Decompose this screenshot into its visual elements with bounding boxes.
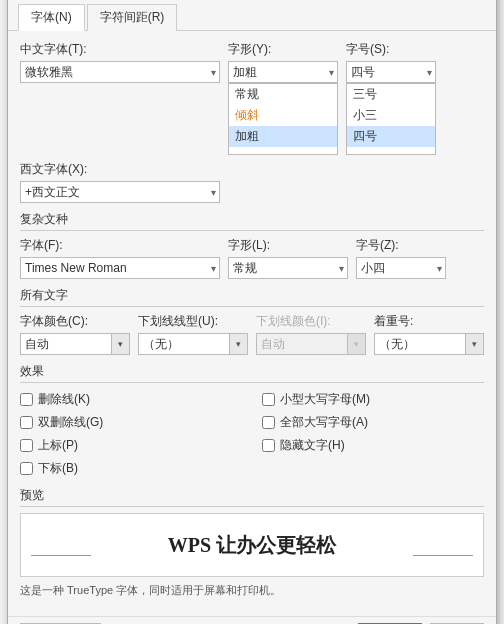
- size-item-4[interactable]: 四号: [347, 126, 435, 147]
- font-dialog: W 字体 × 字体(N) 字符间距(R) 中文字体(T): 微软雅黑: [7, 0, 497, 624]
- font-color-dropdown: 自动 ▾: [20, 333, 130, 355]
- double-strikethrough-checkbox[interactable]: [20, 416, 33, 429]
- all-caps-label: 全部大写字母(A): [280, 414, 368, 431]
- superscript-label: 上标(P): [38, 437, 78, 454]
- tab-font[interactable]: 字体(N): [18, 4, 85, 31]
- preview-box: WPS 让办公更轻松: [20, 513, 484, 577]
- double-strikethrough-label: 双删除线(G): [38, 414, 103, 431]
- preview-line-left: [31, 555, 91, 556]
- small-caps-label: 小型大写字母(M): [280, 391, 370, 408]
- small-caps-checkbox[interactable]: [262, 393, 275, 406]
- emphasis-col: 着重号: （无） ▾: [374, 313, 484, 355]
- complex-row: 字体(F): Times New Roman 字形(L): 常规 字号(Z):: [20, 237, 484, 279]
- size-item-3[interactable]: 三号: [347, 84, 435, 105]
- style-label: 字形(Y):: [228, 41, 338, 58]
- chinese-font-select[interactable]: 微软雅黑: [20, 61, 220, 83]
- hint-text: 这是一种 TrueType 字体，同时适用于屏幕和打印机。: [20, 583, 484, 598]
- complex-size-select[interactable]: 小四: [356, 257, 446, 279]
- all-text-row: 字体颜色(C): 自动 ▾ 下划线线型(U): （无） ▾ 下划线颜色(I): …: [20, 313, 484, 355]
- complex-font-col: 字体(F): Times New Roman: [20, 237, 220, 279]
- underline-type-value: （无）: [138, 333, 230, 355]
- complex-font-select[interactable]: Times New Roman: [20, 257, 220, 279]
- style-select-wrap: 加粗: [228, 61, 338, 83]
- complex-style-label: 字形(L):: [228, 237, 348, 254]
- complex-style-select[interactable]: 常规: [228, 257, 348, 279]
- subscript-label: 下标(B): [38, 460, 78, 477]
- complex-size-label: 字号(Z):: [356, 237, 446, 254]
- underline-color-value: 自动: [256, 333, 348, 355]
- font-row-1: 中文字体(T): 微软雅黑 字形(Y): 加粗 常规 倾斜 加粗: [20, 41, 484, 155]
- hidden-row: 隐藏文字(H): [262, 435, 484, 456]
- chinese-font-label: 中文字体(T):: [20, 41, 220, 58]
- complex-section-label: 复杂文种: [20, 211, 484, 231]
- underline-color-col: 下划线颜色(I): 自动 ▾: [256, 313, 366, 355]
- all-caps-checkbox[interactable]: [262, 416, 275, 429]
- font-color-value: 自动: [20, 333, 112, 355]
- effects-label: 效果: [20, 363, 484, 383]
- tab-spacing[interactable]: 字符间距(R): [87, 4, 178, 31]
- hidden-checkbox[interactable]: [262, 439, 275, 452]
- underline-type-dropdown: （无） ▾: [138, 333, 248, 355]
- tab-bar: 字体(N) 字符间距(R): [8, 0, 496, 31]
- subscript-row: 下标(B): [20, 458, 242, 479]
- underline-color-arrow: ▾: [348, 333, 366, 355]
- style-item-italic[interactable]: 倾斜: [229, 105, 337, 126]
- western-font-select[interactable]: +西文正文: [20, 181, 220, 203]
- underline-type-col: 下划线线型(U): （无） ▾: [138, 313, 248, 355]
- style-col: 字形(Y): 加粗 常规 倾斜 加粗: [228, 41, 338, 155]
- superscript-row: 上标(P): [20, 435, 242, 456]
- preview-label: 预览: [20, 487, 484, 507]
- superscript-checkbox[interactable]: [20, 439, 33, 452]
- complex-size-select-wrap: 小四: [356, 257, 446, 279]
- double-strikethrough-row: 双删除线(G): [20, 412, 242, 433]
- dialog-footer: 默认(D)... i 操作技巧 确定 取消: [8, 616, 496, 624]
- strikethrough-checkbox[interactable]: [20, 393, 33, 406]
- emphasis-dropdown: （无） ▾: [374, 333, 484, 355]
- dialog-content: 中文字体(T): 微软雅黑 字形(Y): 加粗 常规 倾斜 加粗: [8, 31, 496, 616]
- underline-color-label: 下划线颜色(I):: [256, 313, 366, 330]
- size-select-wrap: 四号: [346, 61, 436, 83]
- size-listbox[interactable]: 三号 小三 四号: [346, 83, 436, 155]
- emphasis-value: （无）: [374, 333, 466, 355]
- effects-grid: 删除线(K) 小型大写字母(M) 双删除线(G) 全部大写字母(A) 上标(P)…: [20, 389, 484, 479]
- font-color-label: 字体颜色(C):: [20, 313, 130, 330]
- underline-color-dropdown: 自动 ▾: [256, 333, 366, 355]
- style-item-regular[interactable]: 常规: [229, 84, 337, 105]
- small-caps-row: 小型大写字母(M): [262, 389, 484, 410]
- size-col: 字号(S): 四号 三号 小三 四号: [346, 41, 436, 155]
- western-font-group: 西文字体(X): +西文正文: [20, 161, 484, 203]
- size-item-s3[interactable]: 小三: [347, 105, 435, 126]
- style-item-bold[interactable]: 加粗: [229, 126, 337, 147]
- all-caps-row: 全部大写字母(A): [262, 412, 484, 433]
- font-color-arrow[interactable]: ▾: [112, 333, 130, 355]
- size-label: 字号(S):: [346, 41, 436, 58]
- emphasis-label: 着重号:: [374, 313, 484, 330]
- emphasis-arrow[interactable]: ▾: [466, 333, 484, 355]
- underline-type-label: 下划线线型(U):: [138, 313, 248, 330]
- complex-font-label: 字体(F):: [20, 237, 220, 254]
- font-color-col: 字体颜色(C): 自动 ▾: [20, 313, 130, 355]
- underline-type-arrow[interactable]: ▾: [230, 333, 248, 355]
- style-select[interactable]: 加粗: [228, 61, 338, 83]
- western-font-label: 西文字体(X):: [20, 161, 484, 178]
- complex-size-col: 字号(Z): 小四: [356, 237, 446, 279]
- size-select[interactable]: 四号: [346, 61, 436, 83]
- preview-text: WPS 让办公更轻松: [168, 532, 336, 559]
- strikethrough-label: 删除线(K): [38, 391, 90, 408]
- style-listbox[interactable]: 常规 倾斜 加粗: [228, 83, 338, 155]
- hidden-label: 隐藏文字(H): [280, 437, 345, 454]
- complex-font-select-wrap: Times New Roman: [20, 257, 220, 279]
- chinese-font-select-wrap: 微软雅黑: [20, 61, 220, 83]
- complex-style-select-wrap: 常规: [228, 257, 348, 279]
- chinese-font-col: 中文字体(T): 微软雅黑: [20, 41, 220, 83]
- western-font-select-wrap: +西文正文: [20, 181, 220, 203]
- complex-style-col: 字形(L): 常规: [228, 237, 348, 279]
- preview-line-right: [413, 555, 473, 556]
- subscript-checkbox[interactable]: [20, 462, 33, 475]
- all-text-label: 所有文字: [20, 287, 484, 307]
- strikethrough-row: 删除线(K): [20, 389, 242, 410]
